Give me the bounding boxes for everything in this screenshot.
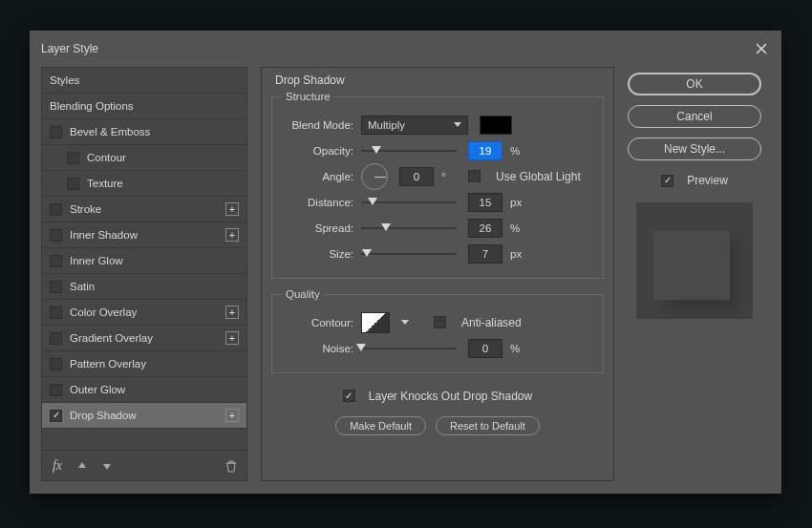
blend-mode-label: Blend Mode:: [282, 119, 353, 131]
slider-thumb[interactable]: [368, 198, 377, 205]
style-checkbox[interactable]: [50, 384, 62, 396]
style-checkbox[interactable]: [50, 358, 62, 370]
styles-row-contour[interactable]: Contour: [42, 145, 246, 171]
size-slider[interactable]: [361, 253, 457, 255]
add-effect-icon[interactable]: +: [225, 202, 239, 216]
antialiased-label: Anti-aliased: [461, 316, 522, 329]
blend-mode-value: Multiply: [368, 119, 405, 131]
style-label: Pattern Overlay: [70, 358, 146, 370]
styles-row-outer-glow[interactable]: Outer Glow: [42, 377, 246, 403]
layer-knocks-out-checkbox[interactable]: [343, 390, 355, 402]
styles-row-texture[interactable]: Texture: [42, 171, 246, 197]
styles-row-pattern-overlay[interactable]: Pattern Overlay: [42, 351, 246, 377]
structure-group: Structure Blend Mode: Multiply Opacity: …: [271, 91, 604, 279]
contour-label: Contour:: [282, 317, 353, 328]
drop-shadow-panel: Drop Shadow Structure Blend Mode: Multip…: [261, 67, 614, 481]
styles-list: StylesBlending OptionsBevel & EmbossCont…: [41, 67, 247, 481]
style-label: Texture: [87, 178, 123, 189]
size-value[interactable]: 7: [468, 244, 502, 264]
ok-button[interactable]: OK: [628, 73, 761, 95]
add-effect-icon[interactable]: +: [225, 306, 239, 319]
chevron-down-icon: [454, 122, 461, 127]
spread-slider[interactable]: [361, 227, 457, 229]
styles-row-color-overlay[interactable]: Color Overlay+: [42, 300, 246, 326]
styles-row-drop-shadow[interactable]: Drop Shadow+: [42, 403, 246, 429]
style-label: Blending Options: [50, 100, 134, 112]
styles-row-gradient-overlay[interactable]: Gradient Overlay+: [42, 326, 246, 351]
opacity-label: Opacity:: [282, 145, 353, 157]
opacity-slider[interactable]: [361, 150, 457, 152]
angle-value[interactable]: 0: [399, 167, 434, 186]
styles-row-stroke[interactable]: Stroke+: [42, 197, 246, 222]
spread-label: Spread:: [282, 222, 353, 234]
style-checkbox[interactable]: [50, 203, 62, 216]
noise-label: Noise:: [282, 343, 353, 354]
style-checkbox[interactable]: [50, 229, 62, 242]
contour-picker[interactable]: [361, 312, 390, 333]
noise-value[interactable]: 0: [468, 339, 502, 358]
style-label: Stroke: [70, 203, 101, 215]
quality-legend: Quality: [282, 288, 324, 300]
style-label: Outer Glow: [70, 384, 125, 395]
layer-knocks-out-label: Layer Knocks Out Drop Shadow: [369, 390, 532, 403]
shadow-color-swatch[interactable]: [480, 116, 512, 135]
noise-slider[interactable]: [361, 348, 457, 349]
structure-legend: Structure: [282, 91, 334, 102]
slider-thumb[interactable]: [381, 223, 391, 231]
style-label: Contour: [87, 152, 126, 163]
preview-checkbox[interactable]: [661, 175, 673, 187]
fx-icon[interactable]: fx: [50, 458, 65, 474]
distance-slider[interactable]: [361, 201, 457, 203]
cancel-button[interactable]: Cancel: [628, 105, 761, 128]
distance-unit: px: [510, 197, 529, 208]
style-label: Drop Shadow: [70, 410, 137, 421]
style-label: Bevel & Emboss: [70, 126, 150, 137]
layer-style-dialog: Layer Style StylesBlending OptionsBevel …: [30, 31, 781, 494]
add-effect-icon[interactable]: +: [225, 331, 239, 345]
antialiased-checkbox[interactable]: [434, 316, 446, 328]
style-checkbox[interactable]: [50, 126, 62, 138]
style-label: Inner Shadow: [70, 229, 138, 241]
slider-thumb[interactable]: [356, 344, 366, 351]
style-checkbox[interactable]: [50, 281, 62, 293]
styles-row-inner-glow[interactable]: Inner Glow: [42, 248, 246, 274]
opacity-unit: %: [510, 145, 529, 157]
angle-dial[interactable]: [361, 163, 388, 190]
new-style-button[interactable]: New Style...: [628, 137, 761, 160]
trash-icon[interactable]: [224, 458, 239, 474]
style-checkbox[interactable]: [67, 152, 79, 164]
styles-row-blending-options[interactable]: Blending Options: [42, 94, 246, 119]
reset-to-default-button[interactable]: Reset to Default: [436, 416, 540, 435]
contour-dropdown[interactable]: [397, 312, 409, 333]
opacity-value[interactable]: 19: [468, 141, 502, 160]
arrow-down-icon[interactable]: [99, 458, 115, 474]
style-checkbox[interactable]: [50, 332, 62, 345]
add-effect-icon[interactable]: +: [225, 228, 239, 242]
make-default-button[interactable]: Make Default: [335, 416, 426, 435]
preview-thumbnail: [636, 202, 753, 319]
quality-group: Quality Contour: Anti-aliased Noise: 0 %: [271, 288, 604, 373]
arrow-up-icon[interactable]: [75, 458, 90, 474]
use-global-light-checkbox[interactable]: [468, 170, 481, 182]
style-checkbox[interactable]: [50, 306, 62, 319]
slider-thumb[interactable]: [362, 249, 372, 257]
styles-row-bevel-emboss[interactable]: Bevel & Emboss: [42, 119, 246, 145]
close-icon[interactable]: [753, 40, 770, 57]
style-checkbox[interactable]: [50, 410, 62, 422]
panel-heading: Drop Shadow: [262, 74, 613, 87]
styles-row-inner-shadow[interactable]: Inner Shadow+: [42, 222, 246, 248]
style-checkbox[interactable]: [50, 255, 62, 267]
angle-label: Angle:: [282, 171, 353, 182]
distance-label: Distance:: [282, 197, 353, 208]
size-unit: px: [510, 248, 529, 260]
blend-mode-dropdown[interactable]: Multiply: [361, 116, 468, 135]
styles-row-satin[interactable]: Satin: [42, 274, 246, 300]
distance-value[interactable]: 15: [468, 193, 502, 212]
add-effect-icon[interactable]: +: [225, 409, 239, 422]
spread-value[interactable]: 26: [468, 219, 502, 238]
style-label: Color Overlay: [70, 306, 137, 318]
slider-thumb[interactable]: [372, 146, 381, 154]
style-checkbox[interactable]: [67, 178, 79, 190]
titlebar: Layer Style: [30, 31, 781, 67]
styles-row-styles[interactable]: Styles: [42, 68, 246, 94]
